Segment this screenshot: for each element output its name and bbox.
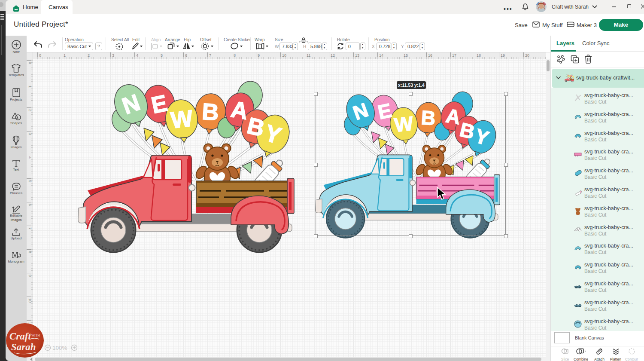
svg-text:100%: 100% — [52, 345, 67, 351]
svg-text:WITH: WITH — [31, 333, 40, 337]
svg-text:Sarah: Sarah — [11, 342, 36, 352]
svg-text:Craft: Craft — [9, 331, 31, 342]
